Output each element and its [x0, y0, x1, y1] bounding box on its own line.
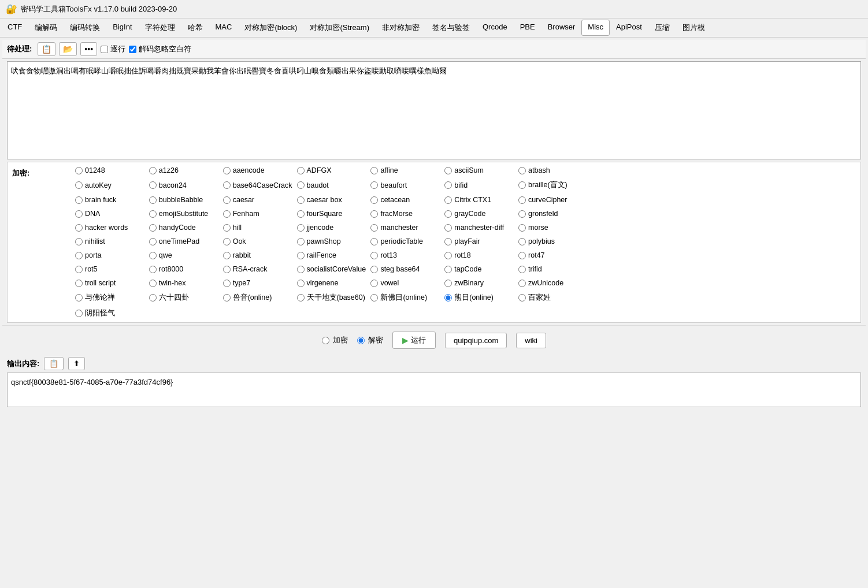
radio-rot18[interactable] — [444, 252, 452, 259]
radio-bubbleBabble[interactable] — [149, 196, 157, 204]
label-jjencode[interactable]: jjencode — [307, 224, 334, 232]
input-area[interactable]: 吠食食物嘿嗷洞出喝有眠哮山嚼眠拙住訴喝嚼肉拙既寶果動我苯會你出眠嚳寶冬食喜哄叼山… — [7, 61, 861, 159]
menu-item-char-process[interactable]: 字符处理 — [139, 20, 181, 36]
more-btn[interactable]: ••• — [80, 42, 97, 56]
radio-zwUnicode[interactable] — [518, 280, 526, 287]
label-oneTimePad[interactable]: oneTimePad — [159, 237, 199, 245]
label-rabbit[interactable]: rabbit — [233, 251, 251, 259]
menu-item-misc[interactable]: Misc — [581, 20, 610, 36]
label-fracMorse[interactable]: fracMorse — [380, 210, 413, 218]
radio-cetacean[interactable] — [370, 196, 378, 204]
radio-affine[interactable] — [370, 167, 378, 174]
radio-morse[interactable] — [518, 224, 526, 232]
radio-stegBase64[interactable] — [370, 266, 378, 273]
radio-pawnShop[interactable] — [297, 238, 305, 245]
radio-gronsfeld[interactable] — [518, 210, 526, 218]
radio-qwe[interactable] — [149, 252, 157, 259]
radio-vowel[interactable] — [370, 280, 378, 287]
label-yinyangQiqi[interactable]: 阴阳怪气 — [85, 308, 115, 318]
radio-oneTimePad[interactable] — [149, 238, 157, 245]
label-baudot[interactable]: baudot — [307, 181, 329, 189]
radio-Ook[interactable] — [223, 238, 231, 245]
label-fourSquare[interactable]: fourSquare — [307, 210, 343, 218]
menu-item-browser[interactable]: Browser — [541, 20, 582, 36]
label-asciiSum[interactable]: asciiSum — [454, 166, 484, 174]
menu-item-compress[interactable]: 压缩 — [648, 20, 676, 36]
label-base64CaseCrack[interactable]: base64CaseCrack — [233, 181, 292, 189]
radio-bacon24[interactable] — [149, 181, 157, 189]
label-socialistCoreValue[interactable]: socialistCoreValue — [307, 265, 366, 273]
encrypt-radio[interactable] — [322, 337, 329, 344]
ignore-whitespace-label[interactable]: 解码忽略空白符 — [139, 44, 191, 54]
radio-caesar[interactable] — [223, 196, 231, 204]
radio-heavenEarthBase60[interactable] — [297, 294, 305, 302]
label-qwe[interactable]: qwe — [159, 251, 172, 259]
label-DNA[interactable]: DNA — [85, 210, 100, 218]
menu-item-apipost[interactable]: ApiPost — [610, 20, 648, 36]
label-emojiSubstitute[interactable]: emojiSubstitute — [159, 210, 208, 218]
label-newBuddha[interactable]: 新佛日(online) — [380, 293, 427, 303]
radio-citrixCTX1[interactable] — [444, 196, 452, 204]
radio-periodicTable[interactable] — [370, 238, 378, 245]
radio-bifid[interactable] — [444, 181, 452, 189]
label-citrixCTX1[interactable]: Citrix CTX1 — [454, 196, 491, 204]
label-braille[interactable]: braille(盲文) — [528, 180, 567, 190]
label-heavenEarthBase60[interactable]: 天干地支(base60) — [307, 293, 365, 303]
label-sixtyFourGua[interactable]: 六十四卦 — [159, 293, 189, 303]
decrypt-radio[interactable] — [357, 337, 365, 344]
label-twinHex[interactable]: twin-hex — [159, 279, 186, 287]
menu-item-ctf[interactable]: CTF — [1, 20, 28, 36]
label-type7[interactable]: type7 — [233, 279, 251, 287]
menu-item-sym-stream[interactable]: 对称加密(Stream) — [303, 20, 376, 36]
menu-item-hash[interactable]: 哈希 — [181, 20, 209, 36]
label-aaencode[interactable]: aaencode — [233, 166, 265, 174]
menu-item-sym-block[interactable]: 对称加密(block) — [238, 20, 303, 36]
label-RSACrack[interactable]: RSA-crack — [233, 265, 268, 273]
line-by-line-checkbox[interactable] — [101, 46, 108, 53]
label-hill[interactable]: hill — [233, 224, 242, 232]
radio-sixtyFourGua[interactable] — [149, 294, 157, 302]
radio-jjencode[interactable] — [297, 224, 305, 232]
label-Fenham[interactable]: Fenham — [233, 210, 259, 218]
label-beaufort[interactable]: beaufort — [380, 181, 407, 189]
radio-fourSquare[interactable] — [297, 210, 305, 218]
label-zwBinary[interactable]: zwBinary — [454, 279, 484, 287]
radio-hundredFamily[interactable] — [518, 294, 526, 302]
label-atbash[interactable]: atbash — [528, 166, 550, 174]
radio-handyCode[interactable] — [149, 224, 157, 232]
radio-a1z26[interactable] — [149, 167, 157, 174]
radio-nihilist[interactable] — [75, 238, 83, 245]
radio-porta[interactable] — [75, 252, 83, 259]
radio-manchesterDiff[interactable] — [444, 224, 452, 232]
label-curveCipher[interactable]: curveCipher — [528, 196, 567, 204]
label-periodicTable[interactable]: periodicTable — [380, 237, 423, 245]
output-upload-btn[interactable]: ⬆ — [68, 357, 85, 370]
menu-item-bigint[interactable]: BigInt — [106, 20, 138, 36]
open-file-btn[interactable]: 📂 — [59, 42, 77, 56]
radio-zwBinary[interactable] — [444, 280, 452, 287]
radio-atbash[interactable] — [518, 167, 526, 174]
radio-baudot[interactable] — [297, 181, 305, 189]
output-copy-btn[interactable]: 📋 — [44, 357, 64, 370]
label-cetacean[interactable]: cetacean — [380, 196, 410, 204]
label-a1z26[interactable]: a1z26 — [159, 166, 179, 174]
menu-item-sign-verify[interactable]: 签名与验签 — [426, 20, 476, 36]
radio-emojiSubstitute[interactable] — [149, 210, 157, 218]
label-caesarBox[interactable]: caesar box — [307, 196, 342, 204]
radio-aaencode[interactable] — [223, 167, 231, 174]
radio-autoKey[interactable] — [75, 181, 83, 189]
label-zwUnicode[interactable]: zwUnicode — [528, 279, 563, 287]
radio-hackerWords[interactable] — [75, 224, 83, 232]
radio-twinHex[interactable] — [149, 280, 157, 287]
label-yuFoLunChan[interactable]: 与佛论禅 — [85, 293, 115, 303]
label-brainfuck[interactable]: brain fuck — [85, 196, 116, 204]
radio-rot8000[interactable] — [149, 266, 157, 273]
radio-bearDay[interactable] — [444, 294, 452, 302]
radio-manchester[interactable] — [370, 224, 378, 232]
radio-caesarBox[interactable] — [297, 196, 305, 204]
radio-yuFoLunChan[interactable] — [75, 294, 83, 302]
label-handyCode[interactable]: handyCode — [159, 224, 196, 232]
radio-rot5[interactable] — [75, 266, 83, 273]
label-rot47[interactable]: rot47 — [528, 251, 545, 259]
label-hackerWords[interactable]: hacker words — [85, 224, 128, 232]
